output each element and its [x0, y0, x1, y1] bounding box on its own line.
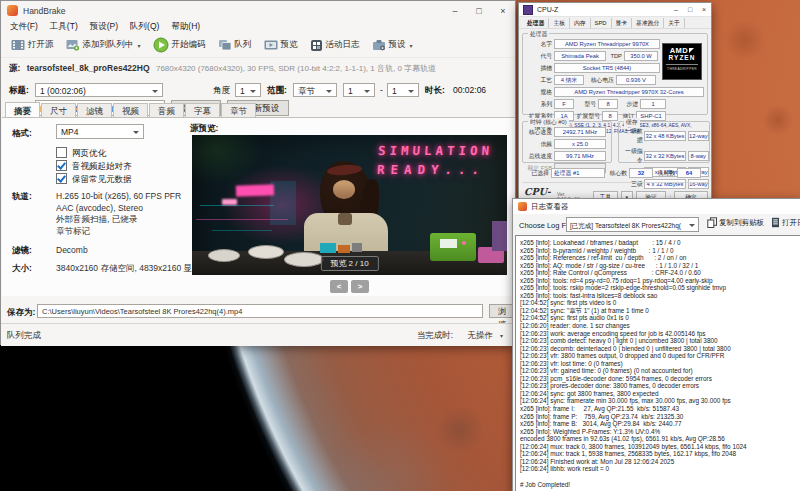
menu-item[interactable]: 文件(F) — [4, 21, 44, 33]
preview-icon — [264, 39, 278, 51]
title-select[interactable]: 1 (00:02:06) — [35, 83, 163, 97]
format-select[interactable]: MP4 — [56, 124, 144, 139]
play-icon — [153, 37, 169, 53]
cpuz-tabs: 处理器主板内存SPD显卡基准跑分关于 — [519, 17, 711, 29]
l1i-field: 32 x 32 KBytes — [644, 151, 685, 161]
close-icon[interactable]: × — [697, 4, 711, 16]
summary-tabs: 摘要尺寸滤镜视频音频字幕章节 — [5, 103, 257, 118]
when-done-select[interactable]: 无操作 — [468, 330, 494, 342]
cores-field: 32 — [629, 168, 653, 178]
groupbox-legend: 处理器 — [528, 30, 549, 39]
statusbar: 队列完成 当完成时: 无操作 ▾ — [1, 323, 515, 346]
maximize-icon[interactable]: □ — [467, 2, 491, 20]
copy-to-clipboard-button[interactable]: 复制到剪贴板 — [707, 217, 764, 228]
log-line: [12:06:23] vfr: 3800 frames output, 0 dr… — [520, 352, 800, 360]
tracks-list: H.265 10-bit (x265), 60 FPS PFRAAC (avco… — [56, 191, 181, 237]
neon-text-line1: SIMULATION — [376, 143, 493, 158]
menu-item[interactable]: 帮助(H) — [165, 21, 206, 33]
tab[interactable]: 基准跑分 — [632, 18, 664, 28]
handbrake-titlebar[interactable]: HandBrake – □ × — [1, 1, 515, 20]
chevron-down-icon: ▾ — [500, 332, 503, 339]
activity-log-button[interactable]: 活动日志 — [304, 37, 366, 54]
menu-item[interactable]: 队列(Q) — [124, 21, 165, 33]
log-viewer-window: 日志查看器 Choose Log File: [已完成] Tearsofstee… — [512, 198, 800, 491]
handbrake-logo-icon — [7, 5, 18, 16]
save-path-input[interactable] — [37, 304, 483, 318]
range-to-select[interactable]: 1 — [387, 83, 419, 97]
keep-metadata-checkbox[interactable]: 保留常见元数据 — [56, 173, 132, 186]
previous-preview-button[interactable]: < — [330, 280, 348, 293]
angle-select[interactable]: 1 — [235, 83, 261, 97]
log-line: [12:06:23] vfr: gained time: 0 (0 frames… — [520, 367, 800, 375]
family-field: F — [554, 99, 574, 109]
checkbox-checked-icon — [56, 160, 67, 171]
checkbox-checked-icon — [56, 173, 67, 184]
queue-button[interactable]: 队列 — [212, 37, 258, 53]
specification-field: AMD Ryzen Threadripper 9970X 32-Cores — [554, 87, 704, 97]
tab[interactable]: 章节 — [221, 103, 256, 118]
neon-line — [212, 230, 272, 231]
log-line: x265 [info]: Rate Control / qCompress : … — [520, 269, 800, 277]
preview-button[interactable]: 预览 — [258, 37, 304, 53]
menu-item[interactable]: 工具(T) — [44, 21, 84, 33]
neon-sign-small — [222, 199, 237, 205]
next-preview-button[interactable]: > — [351, 280, 369, 293]
preview-image: SIMULATION READY... — [192, 135, 507, 275]
tab[interactable]: 内存 — [570, 18, 591, 28]
filters-value: Decomb — [56, 245, 88, 255]
format-label: 格式: — [12, 128, 32, 140]
tab[interactable]: SPD — [591, 18, 612, 28]
maximize-icon[interactable]: □ — [683, 4, 697, 16]
open-log-directory-button[interactable]: 打开日志目录 — [771, 217, 800, 228]
cpuz-titlebar[interactable]: CPU-Z – □ × — [519, 3, 711, 17]
tab[interactable]: 摘要 — [5, 102, 40, 117]
close-icon[interactable]: × — [491, 2, 515, 20]
tab[interactable]: 滤镜 — [77, 103, 112, 118]
tab[interactable]: 字幕 — [185, 103, 220, 118]
cache-groupbox: 缓存 一级数据32 x 48 KBytes12-way 一级指令32 x 32 … — [618, 121, 710, 163]
log-line: [12:06:23] work: average encoding speed … — [520, 330, 800, 338]
tab[interactable]: 尺寸 — [41, 103, 76, 118]
range-from-select[interactable]: 1 — [343, 83, 375, 97]
log-line: x265 [info]: Lookahead / bframes / badap… — [520, 239, 800, 247]
presets-button[interactable]: 预设▾ — [366, 37, 419, 53]
align-av-checkbox[interactable]: 音视频起始对齐 — [56, 160, 132, 173]
amd-arrow-icon — [689, 48, 694, 53]
start-encode-button[interactable]: 开始编码 — [147, 35, 212, 55]
tab[interactable]: 音频 — [149, 103, 184, 118]
processor-select[interactable]: 处理器 #1 — [551, 168, 605, 178]
log-line — [520, 473, 800, 481]
preview-counter-badge: 预览 2 / 10 — [320, 256, 378, 271]
plate — [248, 245, 284, 259]
log-line: x265 [info]: b-pyramid / weightp / weigh… — [520, 247, 800, 255]
minimize-icon[interactable]: – — [669, 4, 683, 16]
log-line: [12:06:23] pcm_s16le-decoder done: 5954 … — [520, 375, 800, 383]
log-text-area[interactable]: x265 [info]: Lookahead / bframes / badap… — [515, 235, 800, 491]
log-viewer-titlebar[interactable]: 日志查看器 — [513, 199, 800, 214]
groupbox-legend: 缓存 — [624, 118, 640, 127]
range-dash: - — [380, 85, 383, 95]
tab[interactable]: 视频 — [113, 103, 148, 118]
tab[interactable]: 关于 — [664, 18, 685, 28]
track-line: 章节标记 — [56, 226, 181, 238]
open-source-button[interactable]: 打开源 — [5, 37, 60, 53]
range-type-select[interactable]: 章节 — [293, 83, 337, 97]
web-optimized-checkbox[interactable]: 网页优化 — [56, 147, 106, 160]
gadget-gray — [352, 243, 362, 252]
log-file-select[interactable]: [已完成] Tearsofsteel 8K Prores422hq( — [566, 217, 699, 232]
log-line: x265 [info]: frame B: 3014, Avg QP:29.84… — [520, 420, 800, 428]
log-line: # Job Completed! — [520, 481, 800, 489]
source-info-row: 源: tearsofsteel_8k_proRes422HQ 7680x4320… — [1, 58, 515, 75]
person-face — [333, 180, 355, 199]
minimize-icon[interactable]: – — [443, 2, 467, 20]
menu-item[interactable]: 预设(P) — [84, 21, 124, 33]
when-done-label: 当完成时: — [417, 330, 453, 342]
film-icon — [11, 39, 25, 51]
tab[interactable]: 处理器 — [523, 18, 549, 28]
add-to-queue-button[interactable]: 添加到队列中▾ — [60, 37, 147, 53]
tab[interactable]: 主板 — [549, 18, 570, 28]
tab[interactable]: 显卡 — [612, 18, 633, 28]
purple-cloth — [492, 221, 507, 251]
add-image-icon — [66, 39, 80, 51]
source-details: 7680x4320 (7680x4320), 30 FPS, SDR (10-b… — [156, 64, 436, 73]
